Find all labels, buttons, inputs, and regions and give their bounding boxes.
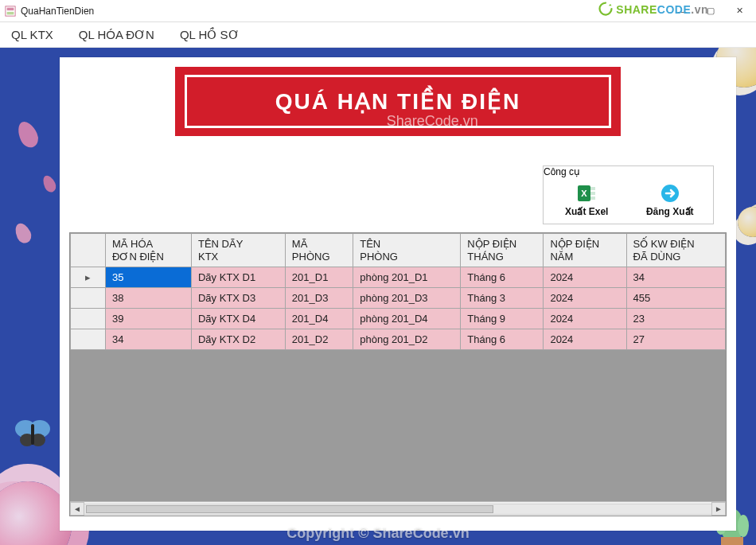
- table-cell[interactable]: 201_D1: [285, 267, 353, 288]
- table-cell[interactable]: phòng 201_D4: [353, 309, 461, 329]
- content-stage: QUÁ HẠN TIỀN ĐIỆN ShareCode.vn Công cụ X…: [0, 48, 756, 545]
- table-cell[interactable]: Dãy KTX D4: [191, 309, 285, 329]
- menu-ql-ktx[interactable]: QL KTX: [6, 23, 64, 46]
- table-cell[interactable]: 201_D3: [285, 288, 353, 309]
- scroll-track[interactable]: [84, 504, 711, 515]
- horizontal-scrollbar[interactable]: ◄ ►: [70, 501, 726, 516]
- table-row[interactable]: ▸35Dãy KTX D1201_D1phòng 201_D1Tháng 620…: [71, 267, 726, 288]
- table-cell[interactable]: Tháng 6: [461, 329, 544, 350]
- column-header[interactable]: TÊNPHÒNG: [353, 234, 461, 267]
- flower-decoration-icon: [738, 207, 756, 237]
- svg-point-10: [738, 515, 749, 537]
- row-header[interactable]: [71, 309, 106, 329]
- scroll-thumb[interactable]: [86, 505, 493, 513]
- main-panel: QUÁ HẠN TIỀN ĐIỆN ShareCode.vn Công cụ X…: [60, 57, 736, 531]
- table-cell[interactable]: 39: [106, 309, 192, 329]
- column-header[interactable]: NỘP ĐIỆNTHÁNG: [461, 234, 544, 267]
- scroll-left-arrow-icon[interactable]: ◄: [70, 502, 84, 516]
- column-header[interactable]: SỐ KW ĐIỆNĐÃ DÙNG: [626, 234, 726, 267]
- export-excel-button[interactable]: X Xuất Exel: [548, 182, 625, 217]
- menu-ql-hoa-don[interactable]: QL HÓA ĐƠN: [74, 23, 166, 47]
- svg-rect-7: [31, 424, 34, 445]
- table-cell[interactable]: Tháng 9: [461, 309, 544, 329]
- butterfly-decoration-icon: [14, 418, 51, 450]
- excel-icon: X: [548, 182, 625, 204]
- table-cell[interactable]: 2024: [544, 329, 626, 350]
- row-header[interactable]: [71, 329, 106, 350]
- table-cell[interactable]: Tháng 6: [461, 267, 544, 288]
- row-header[interactable]: [71, 288, 106, 309]
- svg-rect-16: [590, 197, 595, 200]
- table-cell[interactable]: Tháng 3: [461, 288, 544, 309]
- table-cell[interactable]: Dãy KTX D2: [191, 329, 285, 350]
- table-row[interactable]: 38Dãy KTX D3201_D3phòng 201_D3Tháng 3202…: [71, 288, 726, 309]
- table-cell[interactable]: 2024: [544, 288, 626, 309]
- window-titlebar: QuaHanTienDien SHARECODE.vn — ▢ ✕: [0, 0, 756, 22]
- table-cell[interactable]: 38: [106, 288, 192, 309]
- table-cell[interactable]: 2024: [544, 267, 626, 288]
- petal-decoration-icon: [41, 173, 58, 194]
- column-header[interactable]: MÃ HÓAĐƠN ĐIỆN: [106, 234, 192, 267]
- toolbox-groupbox: Công cụ X Xuất Exel Đăng Xuất: [543, 165, 714, 224]
- page-title: QUÁ HẠN TIỀN ĐIỆN: [193, 88, 602, 115]
- svg-rect-2: [7, 11, 14, 14]
- table-cell[interactable]: phòng 201_D3: [353, 288, 461, 309]
- table-cell[interactable]: Dãy KTX D1: [191, 267, 285, 288]
- table-cell[interactable]: 27: [626, 329, 726, 350]
- datagrid-header-row: MÃ HÓAĐƠN ĐIỆN TÊN DÃYKTX MÃPHÒNG TÊNPHÒ…: [71, 234, 726, 267]
- table-row[interactable]: 39Dãy KTX D4201_D4phòng 201_D4Tháng 9202…: [71, 309, 726, 329]
- table-cell[interactable]: 455: [626, 288, 726, 309]
- datagrid[interactable]: MÃ HÓAĐƠN ĐIỆN TÊN DÃYKTX MÃPHÒNG TÊNPHÒ…: [69, 232, 727, 516]
- table-cell[interactable]: 23: [626, 309, 726, 329]
- menu-ql-ho-so[interactable]: QL HỒ SƠ: [175, 23, 251, 47]
- svg-text:X: X: [582, 189, 588, 198]
- logout-icon: [632, 182, 709, 204]
- scroll-right-arrow-icon[interactable]: ►: [711, 502, 726, 516]
- svg-rect-1: [7, 7, 14, 10]
- svg-rect-14: [590, 187, 595, 190]
- table-cell[interactable]: 34: [626, 267, 726, 288]
- svg-rect-15: [590, 192, 595, 195]
- column-header[interactable]: NỘP ĐIỆNNĂM: [544, 234, 626, 267]
- menubar: QL KTX QL HÓA ĐƠN QL HỒ SƠ: [0, 22, 756, 48]
- window-close-button[interactable]: ✕: [726, 2, 753, 20]
- column-header[interactable]: TÊN DÃYKTX: [191, 234, 285, 267]
- row-header[interactable]: ▸: [71, 267, 106, 288]
- table-cell[interactable]: 35: [106, 267, 192, 288]
- table-cell[interactable]: Dãy KTX D3: [191, 288, 285, 309]
- petal-decoration-icon: [12, 220, 33, 245]
- window-title: QuaHanTienDien: [21, 6, 94, 17]
- table-row[interactable]: 34Dãy KTX D2201_D2phòng 201_D2Tháng 6202…: [71, 329, 726, 350]
- table-cell[interactable]: 201_D2: [285, 329, 353, 350]
- page-banner: QUÁ HẠN TIỀN ĐIỆN ShareCode.vn: [175, 67, 621, 136]
- table-cell[interactable]: phòng 201_D2: [353, 329, 461, 350]
- toolbox-legend: Công cụ: [544, 166, 580, 177]
- datagrid-corner: [71, 234, 106, 267]
- app-icon: [5, 6, 16, 17]
- petal-decoration-icon: [14, 119, 41, 150]
- logout-label: Đăng Xuất: [646, 206, 694, 217]
- table-cell[interactable]: 2024: [544, 309, 626, 329]
- column-header[interactable]: MÃPHÒNG: [285, 234, 353, 267]
- export-excel-label: Xuất Exel: [565, 206, 608, 217]
- logout-button[interactable]: Đăng Xuất: [632, 182, 709, 217]
- window-minimize-button[interactable]: —: [668, 2, 696, 20]
- table-cell[interactable]: 201_D4: [285, 309, 353, 329]
- table-cell[interactable]: phòng 201_D1: [353, 267, 461, 288]
- window-maximize-button[interactable]: ▢: [697, 2, 724, 20]
- svg-rect-11: [721, 537, 743, 545]
- table-cell[interactable]: 34: [106, 329, 192, 350]
